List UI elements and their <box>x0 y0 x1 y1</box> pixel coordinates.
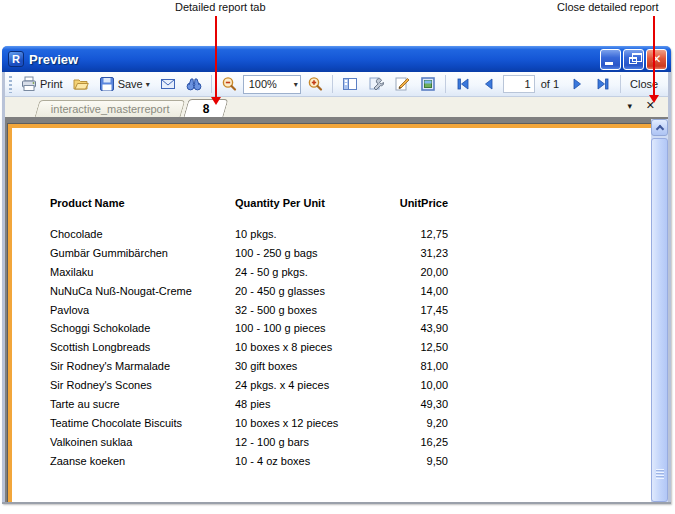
scrollbar-grip-icon <box>656 469 664 479</box>
table-cell: NuNuCa Nuß-Nougat-Creme <box>50 285 235 297</box>
table-cell: Schoggi Schokolade <box>50 322 235 334</box>
table-cell: 20,00 <box>348 266 448 278</box>
side-panel-icon <box>342 76 358 92</box>
scrollbar-thumb[interactable] <box>651 138 668 502</box>
report-page: Product Name Quantity Per Unit UnitPrice… <box>8 124 651 502</box>
zoom-level-combobox[interactable]: 100% ▾ <box>243 75 301 94</box>
zoom-in-button[interactable] <box>303 74 327 94</box>
binoculars-icon <box>186 76 202 92</box>
table-cell: Tarte au sucre <box>50 398 235 410</box>
table-cell: Gumbär Gummibärchen <box>50 247 235 259</box>
zoom-out-button[interactable] <box>217 74 241 94</box>
annotation-detailed-report-tab: Detailed report tab <box>175 1 266 13</box>
toolbar-separator <box>211 75 212 93</box>
restore-button[interactable] <box>623 49 644 70</box>
table-row[interactable]: Zaanse koeken10 - 4 oz boxes9,50 <box>12 455 651 474</box>
print-button[interactable]: Print <box>17 74 67 94</box>
open-button[interactable] <box>69 74 93 94</box>
tab-detailed-report-8[interactable]: 8 <box>183 99 228 117</box>
table-row[interactable]: Maxilaku24 - 50 g pkgs.20,00 <box>12 266 651 285</box>
page-setup-button[interactable] <box>364 74 388 94</box>
table-row[interactable]: Gumbär Gummibärchen100 - 250 g bags31,23 <box>12 247 651 266</box>
table-row[interactable]: Valkoinen suklaa12 - 100 g bars16,25 <box>12 436 651 455</box>
table-cell: Scottish Longbreads <box>50 341 235 353</box>
close-icon: ✕ <box>647 50 666 69</box>
email-button[interactable] <box>156 74 180 94</box>
find-button[interactable] <box>182 74 206 94</box>
table-row[interactable]: Teatime Chocolate Biscuits10 boxes x 12 … <box>12 417 651 436</box>
table-cell: 43,90 <box>348 322 448 334</box>
chevron-up-icon <box>655 125 663 133</box>
table-cell: 17,45 <box>348 304 448 316</box>
tab-interactive-masterreport[interactable]: interactive_masterreport <box>35 100 186 117</box>
save-label: Save <box>118 78 143 90</box>
table-cell: 31,23 <box>348 247 448 259</box>
table-row[interactable]: Pavlova32 - 500 g boxes17,45 <box>12 304 651 323</box>
page-of-label: of 1 <box>541 78 559 90</box>
app-logo-icon: R <box>8 51 24 67</box>
window-title: Preview <box>29 52 78 67</box>
table-cell: Sir Rodney's Marmalade <box>50 360 235 372</box>
table-cell: 14,00 <box>348 285 448 297</box>
table-cell: 10,00 <box>348 379 448 391</box>
title-bar[interactable]: R Preview ✕ <box>2 46 671 72</box>
screenshot-root: Detailed report tab Close detailed repor… <box>0 0 675 514</box>
vertical-scrollbar[interactable] <box>651 119 668 502</box>
table-cell: 16,25 <box>348 436 448 448</box>
preview-window: R Preview ✕ Print <box>2 46 671 504</box>
thumbnails-panel-button[interactable] <box>338 74 362 94</box>
minimize-button[interactable] <box>600 49 621 70</box>
preview-pane: Product Name Quantity Per Unit UnitPrice… <box>5 117 668 502</box>
toolbar: Print Save ▾ <box>5 72 668 97</box>
table-cell: 24 pkgs. x 4 pieces <box>235 379 348 391</box>
table-cell: 48 pies <box>235 398 348 410</box>
toolbar-separator <box>620 75 621 93</box>
zoom-out-icon <box>221 76 237 92</box>
table-row[interactable]: NuNuCa Nuß-Nougat-Creme20 - 450 g glasse… <box>12 285 651 304</box>
next-page-button[interactable] <box>565 74 589 94</box>
minimize-icon <box>605 62 613 65</box>
table-cell: 12,75 <box>348 228 448 240</box>
tab-label: interactive_masterreport <box>51 103 170 115</box>
annotation-arrow-left <box>211 97 221 105</box>
table-row[interactable]: Sir Rodney's Marmalade30 gift boxes81,00 <box>12 360 651 379</box>
table-cell: Zaanse koeken <box>50 455 235 467</box>
current-page-input[interactable]: 1 <box>503 75 535 93</box>
annotation-arrow-right <box>649 95 659 103</box>
table-cell: 10 boxes x 8 pieces <box>235 341 348 353</box>
table-cell: 20 - 450 g glasses <box>235 285 348 297</box>
open-folder-icon <box>73 76 89 92</box>
table-cell: 24 - 50 g pkgs. <box>235 266 348 278</box>
next-page-icon <box>569 76 585 92</box>
last-page-button[interactable] <box>591 74 615 94</box>
toolbar-separator <box>332 75 333 93</box>
table-cell: Chocolade <box>50 228 235 240</box>
column-header-product-name: Product Name <box>50 197 235 209</box>
table-row[interactable]: Schoggi Schokolade100 - 100 g pieces43,9… <box>12 322 651 341</box>
table-cell: 30 gift boxes <box>235 360 348 372</box>
table-cell: 32 - 500 g boxes <box>235 304 348 316</box>
close-preview-button[interactable]: Close <box>626 76 662 92</box>
table-cell: Maxilaku <box>50 266 235 278</box>
close-window-button[interactable]: ✕ <box>646 49 667 70</box>
annotation-line-left <box>215 16 217 98</box>
scroll-up-button[interactable] <box>651 119 668 136</box>
table-row[interactable]: Tarte au sucre48 pies49,30 <box>12 398 651 417</box>
zoom-in-icon <box>307 76 323 92</box>
table-row[interactable]: Sir Rodney's Scones24 pkgs. x 4 pieces10… <box>12 379 651 398</box>
export-image-button[interactable] <box>416 74 440 94</box>
table-cell: 10 - 4 oz boxes <box>235 455 348 467</box>
printer-icon <box>21 76 37 92</box>
save-floppy-icon <box>99 76 115 92</box>
save-dropdown-icon[interactable]: ▾ <box>146 80 150 89</box>
toolbar-grip[interactable] <box>9 76 12 93</box>
tab-list-dropdown-icon[interactable]: ▾ <box>627 101 632 111</box>
first-page-button[interactable] <box>451 74 475 94</box>
previous-page-button[interactable] <box>477 74 501 94</box>
zoom-dropdown-icon: ▾ <box>294 80 298 89</box>
envelope-icon <box>160 76 176 92</box>
table-row[interactable]: Chocolade10 pkgs.12,75 <box>12 228 651 247</box>
table-row[interactable]: Scottish Longbreads10 boxes x 8 pieces12… <box>12 341 651 360</box>
edit-button[interactable] <box>390 74 414 94</box>
save-button[interactable]: Save ▾ <box>95 74 154 94</box>
